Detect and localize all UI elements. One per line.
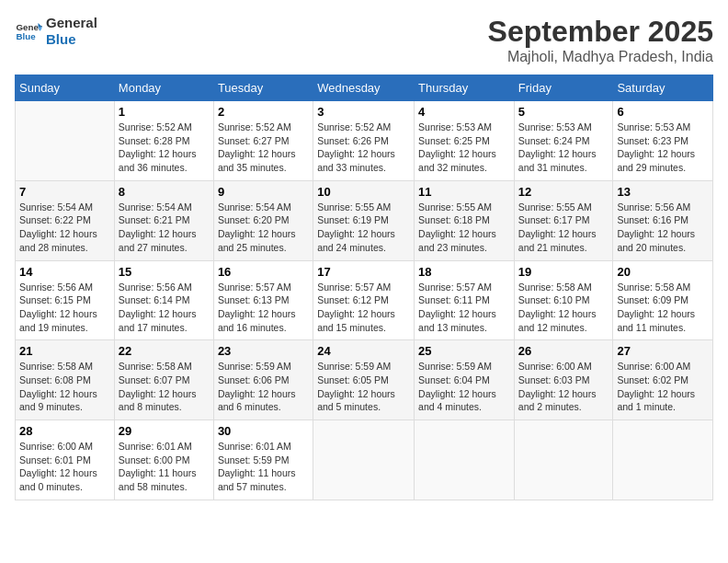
day-info: Sunrise: 5:58 AM Sunset: 6:09 PM Dayligh… bbox=[617, 281, 709, 335]
calendar-cell: 23Sunrise: 5:59 AM Sunset: 6:06 PM Dayli… bbox=[213, 340, 313, 420]
weekday-header: Saturday bbox=[613, 75, 713, 101]
calendar-week-row: 7Sunrise: 5:54 AM Sunset: 6:22 PM Daylig… bbox=[16, 180, 713, 260]
day-number: 3 bbox=[317, 105, 410, 119]
day-info: Sunrise: 5:58 AM Sunset: 6:08 PM Dayligh… bbox=[19, 360, 110, 414]
day-number: 6 bbox=[617, 105, 709, 119]
calendar-cell: 1Sunrise: 5:52 AM Sunset: 6:28 PM Daylig… bbox=[114, 101, 213, 181]
day-info: Sunrise: 5:54 AM Sunset: 6:20 PM Dayligh… bbox=[218, 201, 309, 255]
day-info: Sunrise: 5:53 AM Sunset: 6:23 PM Dayligh… bbox=[617, 121, 709, 175]
day-number: 21 bbox=[19, 344, 110, 358]
calendar-cell: 4Sunrise: 5:53 AM Sunset: 6:25 PM Daylig… bbox=[415, 101, 515, 181]
day-info: Sunrise: 5:58 AM Sunset: 6:07 PM Dayligh… bbox=[119, 360, 210, 414]
svg-text:Blue: Blue bbox=[17, 31, 37, 41]
calendar-cell: 12Sunrise: 5:55 AM Sunset: 6:17 PM Dayli… bbox=[514, 180, 613, 260]
day-info: Sunrise: 5:54 AM Sunset: 6:22 PM Dayligh… bbox=[19, 201, 110, 255]
day-number: 1 bbox=[119, 105, 210, 119]
weekday-header: Sunday bbox=[16, 75, 115, 101]
calendar-cell: 5Sunrise: 5:53 AM Sunset: 6:24 PM Daylig… bbox=[514, 101, 613, 181]
day-number: 9 bbox=[218, 185, 309, 199]
calendar-cell: 9Sunrise: 5:54 AM Sunset: 6:20 PM Daylig… bbox=[213, 180, 313, 260]
day-info: Sunrise: 6:00 AM Sunset: 6:02 PM Dayligh… bbox=[617, 360, 709, 414]
day-number: 23 bbox=[218, 344, 309, 358]
day-info: Sunrise: 5:52 AM Sunset: 6:26 PM Dayligh… bbox=[317, 121, 410, 175]
day-number: 15 bbox=[119, 265, 210, 279]
page-header: General Blue General Blue September 2025… bbox=[15, 15, 713, 65]
calendar-cell: 20Sunrise: 5:58 AM Sunset: 6:09 PM Dayli… bbox=[613, 260, 713, 340]
calendar-cell: 29Sunrise: 6:01 AM Sunset: 6:00 PM Dayli… bbox=[114, 420, 213, 500]
day-info: Sunrise: 5:55 AM Sunset: 6:18 PM Dayligh… bbox=[418, 201, 510, 255]
calendar-cell: 13Sunrise: 5:56 AM Sunset: 6:16 PM Dayli… bbox=[613, 180, 713, 260]
day-info: Sunrise: 5:59 AM Sunset: 6:04 PM Dayligh… bbox=[418, 360, 510, 414]
day-number: 28 bbox=[19, 424, 110, 438]
calendar-cell: 19Sunrise: 5:58 AM Sunset: 6:10 PM Dayli… bbox=[514, 260, 613, 340]
day-info: Sunrise: 6:01 AM Sunset: 5:59 PM Dayligh… bbox=[218, 440, 309, 494]
day-info: Sunrise: 5:59 AM Sunset: 6:06 PM Dayligh… bbox=[218, 360, 309, 414]
day-number: 13 bbox=[617, 185, 709, 199]
calendar-cell: 15Sunrise: 5:56 AM Sunset: 6:14 PM Dayli… bbox=[114, 260, 213, 340]
day-number: 2 bbox=[218, 105, 309, 119]
day-number: 7 bbox=[19, 185, 110, 199]
calendar-cell: 7Sunrise: 5:54 AM Sunset: 6:22 PM Daylig… bbox=[16, 180, 115, 260]
day-number: 20 bbox=[617, 265, 709, 279]
day-info: Sunrise: 5:55 AM Sunset: 6:19 PM Dayligh… bbox=[317, 201, 410, 255]
calendar-cell: 22Sunrise: 5:58 AM Sunset: 6:07 PM Dayli… bbox=[114, 340, 213, 420]
day-info: Sunrise: 5:56 AM Sunset: 6:15 PM Dayligh… bbox=[19, 281, 110, 335]
day-number: 17 bbox=[317, 265, 410, 279]
day-info: Sunrise: 5:55 AM Sunset: 6:17 PM Dayligh… bbox=[518, 201, 609, 255]
calendar-week-row: 28Sunrise: 6:00 AM Sunset: 6:01 PM Dayli… bbox=[16, 420, 713, 500]
calendar-header-row: SundayMondayTuesdayWednesdayThursdayFrid… bbox=[16, 75, 713, 101]
calendar-cell: 17Sunrise: 5:57 AM Sunset: 6:12 PM Dayli… bbox=[313, 260, 415, 340]
weekday-header: Monday bbox=[114, 75, 213, 101]
day-info: Sunrise: 6:00 AM Sunset: 6:01 PM Dayligh… bbox=[19, 440, 110, 494]
calendar-cell: 27Sunrise: 6:00 AM Sunset: 6:02 PM Dayli… bbox=[613, 340, 713, 420]
calendar-cell: 25Sunrise: 5:59 AM Sunset: 6:04 PM Dayli… bbox=[415, 340, 515, 420]
weekday-header: Thursday bbox=[415, 75, 515, 101]
logo-line2: Blue bbox=[46, 31, 97, 48]
calendar-week-row: 14Sunrise: 5:56 AM Sunset: 6:15 PM Dayli… bbox=[16, 260, 713, 340]
day-info: Sunrise: 5:57 AM Sunset: 6:12 PM Dayligh… bbox=[317, 281, 410, 335]
day-number: 16 bbox=[218, 265, 309, 279]
day-info: Sunrise: 6:01 AM Sunset: 6:00 PM Dayligh… bbox=[119, 440, 210, 494]
weekday-header: Tuesday bbox=[213, 75, 313, 101]
calendar-cell bbox=[415, 420, 515, 500]
day-number: 4 bbox=[418, 105, 510, 119]
title-area: September 2025 Majholi, Madhya Pradesh, … bbox=[488, 15, 713, 65]
day-number: 19 bbox=[518, 265, 609, 279]
day-info: Sunrise: 5:52 AM Sunset: 6:27 PM Dayligh… bbox=[218, 121, 309, 175]
day-info: Sunrise: 5:57 AM Sunset: 6:13 PM Dayligh… bbox=[218, 281, 309, 335]
calendar-week-row: 1Sunrise: 5:52 AM Sunset: 6:28 PM Daylig… bbox=[16, 101, 713, 181]
calendar-cell: 16Sunrise: 5:57 AM Sunset: 6:13 PM Dayli… bbox=[213, 260, 313, 340]
day-number: 11 bbox=[418, 185, 510, 199]
day-number: 30 bbox=[218, 424, 309, 438]
day-number: 27 bbox=[617, 344, 709, 358]
calendar-cell: 18Sunrise: 5:57 AM Sunset: 6:11 PM Dayli… bbox=[415, 260, 515, 340]
day-info: Sunrise: 5:52 AM Sunset: 6:28 PM Dayligh… bbox=[119, 121, 210, 175]
calendar-cell: 10Sunrise: 5:55 AM Sunset: 6:19 PM Dayli… bbox=[313, 180, 415, 260]
weekday-header: Friday bbox=[514, 75, 613, 101]
calendar-cell bbox=[514, 420, 613, 500]
day-number: 18 bbox=[418, 265, 510, 279]
logo-line1: General bbox=[46, 15, 97, 31]
day-number: 10 bbox=[317, 185, 410, 199]
calendar-cell: 8Sunrise: 5:54 AM Sunset: 6:21 PM Daylig… bbox=[114, 180, 213, 260]
logo-icon: General Blue bbox=[15, 17, 42, 45]
calendar-table: SundayMondayTuesdayWednesdayThursdayFrid… bbox=[15, 75, 713, 500]
day-info: Sunrise: 5:53 AM Sunset: 6:24 PM Dayligh… bbox=[518, 121, 609, 175]
day-number: 8 bbox=[119, 185, 210, 199]
calendar-cell: 28Sunrise: 6:00 AM Sunset: 6:01 PM Dayli… bbox=[16, 420, 115, 500]
day-info: Sunrise: 5:59 AM Sunset: 6:05 PM Dayligh… bbox=[317, 360, 410, 414]
day-info: Sunrise: 5:53 AM Sunset: 6:25 PM Dayligh… bbox=[418, 121, 510, 175]
day-number: 25 bbox=[418, 344, 510, 358]
day-info: Sunrise: 5:56 AM Sunset: 6:16 PM Dayligh… bbox=[617, 201, 709, 255]
calendar-cell: 14Sunrise: 5:56 AM Sunset: 6:15 PM Dayli… bbox=[16, 260, 115, 340]
calendar-cell: 3Sunrise: 5:52 AM Sunset: 6:26 PM Daylig… bbox=[313, 101, 415, 181]
calendar-cell: 26Sunrise: 6:00 AM Sunset: 6:03 PM Dayli… bbox=[514, 340, 613, 420]
calendar-cell bbox=[16, 101, 115, 181]
calendar-cell: 11Sunrise: 5:55 AM Sunset: 6:18 PM Dayli… bbox=[415, 180, 515, 260]
weekday-header: Wednesday bbox=[313, 75, 415, 101]
day-number: 26 bbox=[518, 344, 609, 358]
day-number: 22 bbox=[119, 344, 210, 358]
calendar-week-row: 21Sunrise: 5:58 AM Sunset: 6:08 PM Dayli… bbox=[16, 340, 713, 420]
day-number: 24 bbox=[317, 344, 410, 358]
calendar-cell bbox=[613, 420, 713, 500]
